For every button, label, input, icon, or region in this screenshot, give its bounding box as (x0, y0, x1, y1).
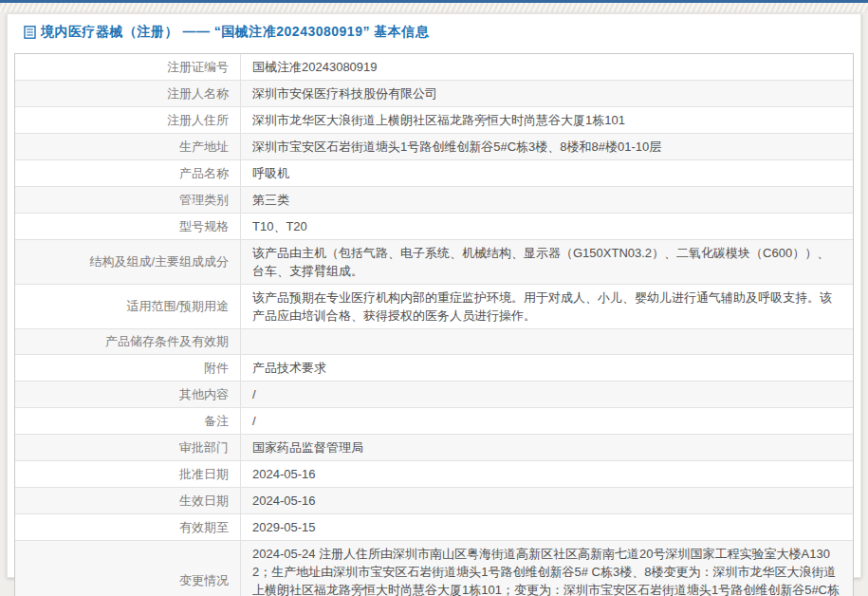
page-title-text: 境内医疗器械（注册） —— “国械注准20243080919” 基本信息 (41, 24, 429, 41)
table-row: 附件 产品技术要求 (15, 355, 853, 382)
table-row: 生产地址 深圳市宝安区石岩街道塘头1号路创维创新谷5#C栋3楼、8楼和8#楼01… (15, 134, 853, 160)
row-value: 该产品预期在专业医疗机构内部的重症监护环境。用于对成人、小儿、婴幼儿进行通气辅助… (241, 285, 853, 328)
top-hatch-strip (0, 3, 868, 12)
registration-info-table: 注册证编号 国械注准20243080919 注册人名称 深圳市安保医疗科技股份有… (14, 53, 854, 596)
row-label: 管理类别 (15, 187, 241, 213)
table-row: 适用范围/预期用途 该产品预期在专业医疗机构内部的重症监护环境。用于对成人、小儿… (15, 285, 853, 329)
table-row: 生效日期 2024-05-16 (15, 488, 853, 514)
row-value: 第三类 (241, 187, 853, 213)
table-row: 有效期至 2029-05-15 (15, 514, 853, 541)
row-value: 2024-05-16 (241, 461, 853, 487)
row-value: / (241, 382, 853, 407)
table-row: 产品名称 呼吸机 (15, 160, 853, 187)
table-row: 备注 / (15, 408, 853, 435)
row-label: 注册证编号 (15, 54, 241, 80)
table-row: 审批部门 国家药品监督管理局 (15, 435, 853, 461)
row-value: 国械注准20243080919 (241, 54, 853, 80)
row-value: 2024-05-24 注册人住所由深圳市南山区粤海街道高新区社区高新南七道20号… (241, 541, 853, 596)
table-row: 产品储存条件及有效期 (15, 329, 853, 355)
row-value: 该产品由主机（包括气路、电子系统、机械结构、显示器（G150XTN03.2）、二… (241, 240, 853, 284)
table-row: 注册人住所 深圳市龙华区大浪街道上横朗社区福龙路旁恒大时尚慧谷大厦1栋101 (15, 107, 853, 134)
table-row: 注册人名称 深圳市安保医疗科技股份有限公司 (15, 81, 853, 107)
row-value: 深圳市安保医疗科技股份有限公司 (241, 81, 853, 106)
page-title: 境内医疗器械（注册） —— “国械注准20243080919” 基本信息 (8, 14, 860, 48)
row-label: 注册人住所 (15, 107, 241, 133)
row-label: 有效期至 (15, 514, 241, 540)
table-row: 变更情况 2024-05-24 注册人住所由深圳市南山区粤海街道高新区社区高新南… (15, 541, 853, 596)
row-value: 深圳市龙华区大浪街道上横朗社区福龙路旁恒大时尚慧谷大厦1栋101 (241, 107, 853, 133)
table-row: 其他内容 / (15, 382, 853, 408)
content-panel: 境内医疗器械（注册） —— “国械注准20243080919” 基本信息 注册证… (7, 13, 861, 578)
row-label: 产品储存条件及有效期 (15, 329, 241, 354)
row-value: / (241, 408, 853, 434)
row-label: 附件 (15, 355, 241, 381)
row-value: 呼吸机 (241, 160, 853, 186)
row-value: 2029-05-15 (241, 514, 853, 540)
row-value: 2024-05-16 (241, 488, 853, 513)
row-label: 结构及组成/主要组成成分 (15, 240, 241, 284)
row-value: 深圳市宝安区石岩街道塘头1号路创维创新谷5#C栋3楼、8楼和8#楼01-10层 (241, 134, 853, 159)
row-label: 型号规格 (15, 214, 241, 239)
row-value (241, 329, 853, 354)
row-value: T10、T20 (241, 214, 853, 239)
row-label: 生效日期 (15, 488, 241, 513)
table-row: 批准日期 2024-05-16 (15, 461, 853, 488)
row-value: 产品技术要求 (241, 355, 853, 381)
row-label: 其他内容 (15, 382, 241, 407)
table-row: 型号规格 T10、T20 (15, 214, 853, 240)
row-label: 审批部门 (15, 435, 241, 460)
row-label: 生产地址 (15, 134, 241, 159)
table-row: 注册证编号 国械注准20243080919 (15, 54, 853, 81)
row-label: 适用范围/预期用途 (15, 285, 241, 328)
table-row: 结构及组成/主要组成成分 该产品由主机（包括气路、电子系统、机械结构、显示器（G… (15, 240, 853, 285)
document-icon (24, 26, 36, 39)
row-label: 批准日期 (15, 461, 241, 487)
row-label: 变更情况 (15, 541, 241, 596)
row-label: 备注 (15, 408, 241, 434)
row-label: 产品名称 (15, 160, 241, 186)
row-value: 国家药品监督管理局 (241, 435, 853, 460)
row-label: 注册人名称 (15, 81, 241, 106)
table-row: 管理类别 第三类 (15, 187, 853, 214)
